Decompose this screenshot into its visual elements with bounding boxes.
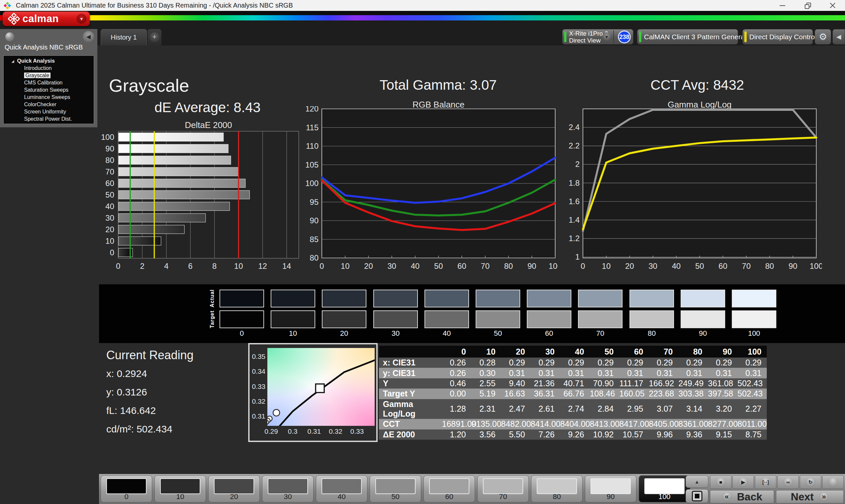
table-cell: 223.68 xyxy=(649,389,678,399)
svg-text:1.2: 1.2 xyxy=(569,234,580,243)
play-button[interactable]: ▶ xyxy=(733,475,754,489)
tree-root-quick-analysis[interactable]: ◢Quick Analysis xyxy=(4,57,94,65)
pattern-label: 60 xyxy=(424,492,475,501)
svg-text:90: 90 xyxy=(105,144,114,153)
gamma-chart: 11.21.41.61.822.22.401020304050607080901… xyxy=(561,106,822,271)
pattern-button-100[interactable]: 100 xyxy=(639,475,690,502)
pattern-button-50[interactable]: 50 xyxy=(370,475,421,502)
table-cell: 9.15 xyxy=(708,430,737,440)
next-button[interactable]: Next » xyxy=(776,490,844,503)
svg-text:1: 1 xyxy=(575,252,580,261)
actual-swatch-50 xyxy=(476,290,520,307)
table-col-header-10: 10 xyxy=(471,346,501,358)
tab-history-1[interactable]: History 1 xyxy=(101,29,147,46)
pattern-button-70[interactable]: 70 xyxy=(477,475,529,502)
pattern-button-80[interactable]: 80 xyxy=(531,475,583,502)
table-cell: 8.75 xyxy=(737,430,767,440)
target-swatch-70 xyxy=(578,310,622,328)
swatch-column-label: 50 xyxy=(476,329,520,338)
pattern-swatch xyxy=(537,478,577,494)
close-button[interactable] xyxy=(820,0,845,11)
sidebar-item-saturation-sweeps[interactable]: Saturation Sweeps xyxy=(4,86,94,94)
loop-button[interactable]: ∞ xyxy=(777,475,799,489)
pattern-button-30[interactable]: 30 xyxy=(262,475,314,502)
pattern-button-60[interactable]: 60 xyxy=(423,475,475,502)
table-cell: 397.58 xyxy=(708,389,737,399)
refresh-icon: ↻ xyxy=(805,477,816,487)
meter-dropdown[interactable]: X-Rite i1Pro 2 Direct View ▼ 238 xyxy=(562,29,633,44)
pattern-button-90[interactable]: 90 xyxy=(585,475,636,502)
interval-button[interactable]: [··] xyxy=(755,475,776,489)
workflow-title: Quick Analysis NBC sRGB xyxy=(5,43,83,51)
sidebar-collapse-button[interactable]: ◀ xyxy=(83,31,94,42)
pattern-label: 0 xyxy=(101,492,152,501)
svg-text:90: 90 xyxy=(789,262,797,270)
table-cell: 8417.00 xyxy=(619,419,649,429)
pattern-button-20[interactable]: 20 xyxy=(208,475,260,502)
sidebar-item-screen-uniformity[interactable]: Screen Uniformity xyxy=(4,108,94,115)
toolbar-collapse-button[interactable]: ◀ xyxy=(832,29,845,44)
pattern-window-button[interactable] xyxy=(686,489,708,503)
calman-app-icon xyxy=(3,2,11,10)
table-cell: 0.29 xyxy=(619,358,649,368)
table-cell: 108.46 xyxy=(589,389,619,399)
settings-button[interactable]: ⚙ xyxy=(815,29,831,44)
sidebar-item-colorchecker[interactable]: ColorChecker xyxy=(4,101,94,108)
next-label: Next xyxy=(791,491,814,503)
pattern-label: 10 xyxy=(155,492,206,501)
pattern-up-button[interactable]: ▲ xyxy=(686,475,708,488)
minimize-button[interactable] xyxy=(770,0,795,11)
table-row-gamma-log-log: Gamma Log/Log1.282.312.472.612.742.842.9… xyxy=(379,399,767,419)
pattern-swatch xyxy=(160,478,200,494)
restore-button[interactable] xyxy=(795,0,820,11)
refresh-button[interactable]: ↻ xyxy=(800,475,821,489)
bottom-control-bar: 0102030405060708090100 ▲ ■▶[··]∞↻ « Back… xyxy=(99,474,845,504)
table-cell: 9.36 xyxy=(678,430,708,440)
pattern-button-40[interactable]: 40 xyxy=(316,475,367,502)
tree-expander-icon[interactable]: ◢ xyxy=(12,59,14,63)
stop-button[interactable]: ■ xyxy=(710,475,732,489)
close-icon xyxy=(830,3,835,8)
pattern-button-0[interactable]: 0 xyxy=(101,475,152,502)
target-marker xyxy=(316,384,324,393)
svg-text:100: 100 xyxy=(549,262,558,270)
target-swatch-50 xyxy=(476,310,520,328)
svg-text:120: 120 xyxy=(305,106,318,113)
table-cell: 70.90 xyxy=(589,378,619,389)
pattern-button-10[interactable]: 10 xyxy=(155,475,206,502)
interval-icon: [··] xyxy=(760,477,771,487)
table-cell: 36.31 xyxy=(530,389,560,399)
table-cell: 0.29 xyxy=(501,358,530,368)
swatch-column-label: 30 xyxy=(373,329,418,338)
display-control-dropdown[interactable]: Direct Display Control ▼ xyxy=(742,29,813,44)
pattern-swatch xyxy=(106,478,146,494)
pattern-generator-dropdown[interactable]: CalMAN Client 3 Pattern Generator ▼ xyxy=(637,29,738,44)
sidebar-item-cms-calibration[interactable]: CMS Calibration xyxy=(4,79,94,86)
actual-row-label: Actual xyxy=(209,290,216,307)
table-col-header-60: 60 xyxy=(619,346,649,358)
swatch-column-label: 0 xyxy=(219,329,264,338)
svg-text:0: 0 xyxy=(581,262,585,270)
sidebar-item-spectral-power-dist[interactable]: Spectral Power Dist. xyxy=(4,115,94,123)
svg-text:60: 60 xyxy=(105,179,114,188)
calman-menu-button[interactable]: calman ▼ xyxy=(3,12,90,26)
back-button[interactable]: « Back xyxy=(710,490,774,503)
add-tab-button[interactable]: + xyxy=(147,29,161,46)
sidebar-item-introduction[interactable]: Introduction xyxy=(4,65,94,72)
svg-text:10: 10 xyxy=(602,262,611,270)
pattern-swatch xyxy=(483,478,523,494)
target-swatch-0 xyxy=(219,310,264,328)
table-cell: 0.46 xyxy=(442,378,471,389)
svg-text:60: 60 xyxy=(457,262,466,270)
workflow-sidebar: ◀ Quick Analysis NBC sRGB ◢Quick Analysi… xyxy=(0,29,98,127)
table-cell: 0.29 xyxy=(560,358,589,368)
actual-swatch-60 xyxy=(527,290,571,307)
table-col-header-80: 80 xyxy=(678,346,708,358)
sidebar-item-luminance-sweeps[interactable]: Luminance Sweeps xyxy=(4,94,94,101)
sidebar-pin-button[interactable] xyxy=(5,32,14,41)
meter-count-badge[interactable]: 238 xyxy=(618,30,631,43)
extra-button[interactable] xyxy=(822,475,844,489)
sidebar-item-grayscale[interactable]: Grayscale xyxy=(4,72,94,79)
table-cell: 5.19 xyxy=(471,389,501,399)
table-cell: 0.31 xyxy=(501,368,530,378)
